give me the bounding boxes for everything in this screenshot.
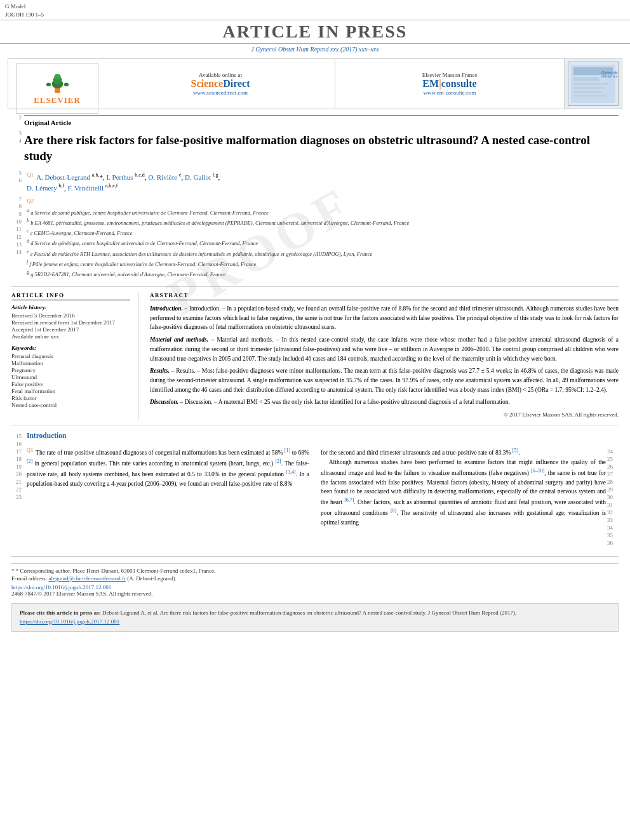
info-abstract-section: ARTICLE INFO Article history: Received 5… [11,292,619,420]
line-num-31: 31 [606,500,619,508]
science-text: Science [191,78,224,89]
abstract-results-label: Results. – [150,368,174,374]
elsevier-tree-icon [40,72,75,94]
article-info-col: ARTICLE INFO Article history: Received 5… [11,292,138,420]
introduction-section: 15 16 Introduction 17 18 19 20 21 22 2 [11,432,619,546]
article-info-header: ARTICLE INFO [11,292,130,300]
elsevier-logo: ELSEVIER [34,72,81,105]
em-consulte-logo: EM|consulte [422,78,476,90]
cite-text: Debost-Legrand A, et al. Are there risk … [102,610,516,616]
line-num-19: 19 [11,462,24,470]
main-content: 2 Original Article 3 4 Are there risk fa… [0,113,630,632]
left-line-nums: 17 18 19 20 21 22 23 [11,447,24,546]
ref-1: [1] [285,448,290,453]
line-num-10: 10 [11,217,24,225]
abstract-col: ABSTRACT Introduction. – Introduction. –… [150,292,619,420]
affil-sup-abef: a,b,e,f [105,183,118,189]
body-left-section: 17 18 19 20 21 22 23 Q3 The rate of true… [11,447,309,546]
affil-g: g g 5R2D2-EA7281, Clermont université, u… [27,269,409,278]
line-num-17: 17 [11,447,24,455]
line-num-2: 2 [11,113,24,121]
abstract-methods-text: Material and methods. – In this nested c… [150,337,619,361]
body-columns: 17 18 19 20 21 22 23 Q3 The rate of true… [11,447,619,546]
email-link[interactable]: alegrand@chu-clermontferrand.fr [48,575,125,582]
line-num-27: 27 [606,470,619,477]
author-perthus: I. Perthus [106,173,133,180]
abstract-results: Results. – Results. – Most false-positiv… [150,366,619,394]
keyword-4: Ultrasound [11,374,130,380]
svg-rect-12 [573,91,602,93]
line-num-3: 3 [11,129,24,137]
keyword-1: Prenatal diagnosis [11,353,130,359]
abstract-header: ABSTRACT [150,292,619,300]
issn-line: 2468-7847/© 2017 Elsevier Masson SAS. Al… [11,590,619,597]
abstract-text: Introduction. – Introduction. – In a pop… [150,304,619,420]
author-gallot: D. Gallot [185,173,211,180]
line-num-9: 9 [11,210,24,217]
line-num-6: 6 [11,176,24,183]
thumb-svg: Gynecology Obstetrics [568,62,618,105]
line-num-7: 7 [11,194,24,202]
affil-sup-b: b,c,d [135,172,145,178]
original-article-section: 2 Original Article [11,113,619,128]
abstract-discussion-label: Discussion. – [150,399,183,405]
article-history-label: Article history: [11,304,130,310]
citation-box: Please cite this article in press as: De… [11,603,619,632]
keywords-label: Keywords: [11,345,130,351]
sciencedirect-url[interactable]: www.sciencedirect.com [193,90,248,96]
right-line-nums: 24 25 26 27 28 29 30 31 32 33 34 35 36 [606,447,619,546]
abstract-discussion: Discussion. – Discussion. – A maternal B… [150,397,619,407]
author-debost: A. Debost-Legrand [36,173,90,180]
intro-para-1: Q3 The rate of true-positive ultrasound … [27,447,309,488]
affil-sup-fg: f,g [213,172,218,178]
line-num-25: 25 [606,455,619,462]
line-num-15: 15 [11,432,24,439]
journal-thumbnail-box: Gynecology Obstetrics [565,59,622,109]
svg-rect-5 [64,83,69,86]
abstract-methods: Material and methods. – Material and met… [150,335,619,363]
ref-67: [6,7] [344,497,354,503]
ref-34: [3,4] [286,469,295,475]
header-logos: ELSEVIER Available online at ScienceDire… [8,58,622,109]
available-text: Available online at [199,72,242,78]
affil-sup-a: a,b, [92,172,100,178]
affil-c: c c CEMC-Auvergne, Clermont-Ferrand, Fra… [27,227,409,237]
body-right-text: for the second and third trimester ultra… [321,447,606,546]
abstract-methods-label: Material and methods. – [150,337,214,343]
author-vendittelli: F. Vendittelli [68,183,104,191]
affiliations-list: Q2 a a Service de santé publique, centre… [27,197,409,279]
abstract-intro: Introduction. – Introduction. – In a pop… [150,304,619,332]
separator-2 [11,425,619,425]
ref-8: [8] [391,508,396,514]
em-consulte-url[interactable]: www.em-consulte.com [424,90,476,96]
corresponding-text: * Corresponding author. Place Henri-Duna… [16,568,215,574]
q2-marker: Q2 [27,197,34,204]
line-num-34: 34 [606,523,619,531]
line-num-20: 20 [11,470,24,477]
keyword-8: Nested case-control [11,402,130,408]
direct-text: Direct [223,78,250,89]
banner-text: ARTICLE IN PRESS [223,22,408,41]
em-text: EM [422,78,439,89]
doi-line[interactable]: https://doi.org/10.1016/j.jogoh.2017.12.… [11,584,619,590]
article-in-press-banner: ARTICLE IN PRESS [0,20,630,44]
journal-line-text: J Gynecol Obstet Hum Reprod xxx (2017) x… [251,46,379,53]
affil-a: a a Service de santé publique, centre ho… [27,207,409,217]
line-num-18: 18 [11,455,24,462]
email-footnote: E-mail address: alegrand@chu-clermontfer… [11,575,619,582]
sciencedirect-box: Available online at ScienceDirect www.sc… [106,59,335,109]
line-num-23: 23 [11,493,24,500]
line-num-11: 11 [11,225,24,232]
keyword-2: Malformation [11,360,130,366]
keyword-6: Fetal malformation [11,388,130,394]
svg-point-3 [54,74,61,79]
affiliations-section: 7 8 9 10 11 12 13 14 Q2 a a Service de s… [11,194,619,281]
title-section: 3 4 Are there risk factors for false-pos… [11,129,619,168]
email-note: (A. Debost-Legrand). [127,575,177,582]
line-num-12: 12 [11,232,24,240]
separator-footnote [11,556,619,557]
authors-section: 5 6 Q1 A. Debost-Legrand a,b,*, I. Perth… [11,168,619,194]
cite-doi-link[interactable]: https://doi.org/10.1016/j.jogoh.2017.12.… [20,618,119,625]
keyword-5: False positive [11,381,130,387]
received-date: Received 5 December 2016 [11,312,130,319]
